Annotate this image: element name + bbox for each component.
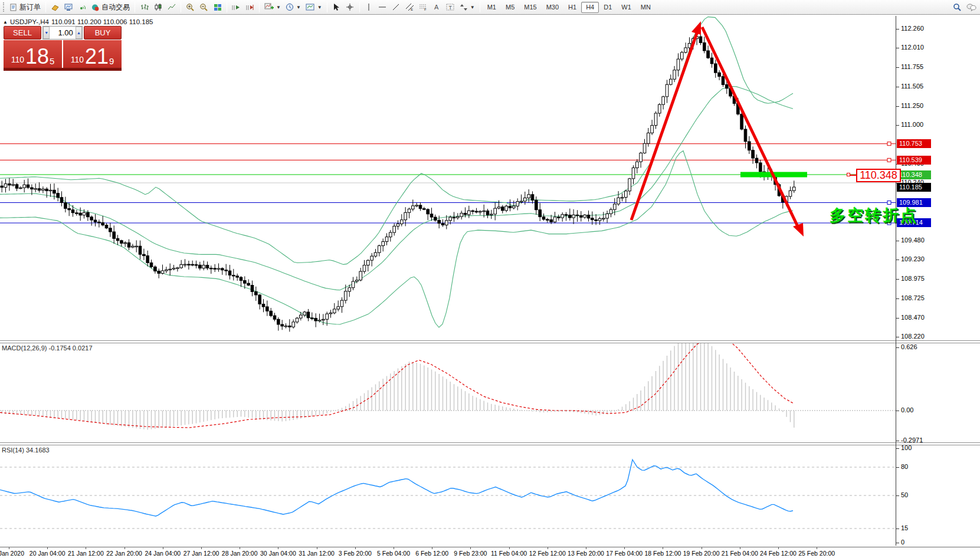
axis-tick-label: 111.250: [901, 102, 923, 109]
ask-pips: 21: [85, 48, 109, 65]
axis-tick-label: 108.725: [901, 294, 925, 301]
axis-tick-label: 109.480: [901, 237, 925, 244]
search-button[interactable]: [950, 1, 964, 14]
zoom-out-button[interactable]: [197, 1, 211, 14]
time-label: 22 Jan 20:00: [106, 550, 142, 557]
tile-windows-button[interactable]: [211, 1, 224, 14]
zoom-out-icon: [199, 3, 208, 11]
timeframe-MN[interactable]: MN: [636, 2, 655, 13]
chevron-down-icon: ▼: [296, 5, 301, 10]
time-label: 13 Feb 20:00: [568, 550, 604, 557]
axis-tick-label: 108.470: [901, 314, 925, 321]
symbol-triangle-icon: ▲: [3, 19, 8, 25]
volume-decrease-button[interactable]: ▼: [43, 27, 50, 39]
trendline-icon: [392, 3, 400, 11]
volume-input[interactable]: [50, 27, 76, 39]
terminal-button[interactable]: [62, 1, 76, 14]
candlestick-icon: [154, 3, 162, 11]
rsi-panel: [0, 445, 896, 546]
ask-quote[interactable]: 110 21 9: [63, 40, 122, 71]
timeframe-W1[interactable]: W1: [617, 2, 636, 13]
timeframe-M1[interactable]: M1: [483, 2, 501, 13]
autotrade-button[interactable]: 自动交易: [89, 1, 132, 14]
periods-button[interactable]: ▼: [283, 1, 303, 14]
price-tag: 110.348: [897, 170, 931, 179]
level-price-label[interactable]: 110.348: [856, 169, 901, 182]
text-button[interactable]: A: [430, 1, 444, 14]
axis-tick: [896, 279, 899, 280]
channel-button[interactable]: E: [403, 1, 417, 14]
gold-icon: [51, 4, 60, 11]
time-label: 30 Jan 04:00: [260, 550, 296, 557]
fibonacci-icon: F: [419, 3, 428, 11]
bar-chart-button[interactable]: [137, 1, 151, 14]
timeframe-H1[interactable]: H1: [563, 2, 581, 13]
fibonacci-button[interactable]: F: [417, 1, 430, 14]
axis-tick: [896, 106, 899, 107]
text-label-button[interactable]: T: [444, 1, 457, 14]
time-label: 18 Feb 12:00: [644, 550, 681, 557]
timeframe-M5[interactable]: M5: [501, 2, 519, 13]
time-label: 17 Feb 04:00: [606, 550, 643, 557]
zoom-in-button[interactable]: [183, 1, 197, 14]
auto-scroll-button[interactable]: [230, 1, 243, 14]
cursor-button[interactable]: [330, 1, 343, 14]
chat-button[interactable]: [964, 1, 979, 14]
one-click-trading-panel: SELL ▼ ▲ BUY 110 18 5 110 21 9: [4, 26, 122, 71]
crosshair-button[interactable]: [343, 1, 357, 14]
timeframe-M15[interactable]: M15: [519, 2, 541, 13]
time-axis[interactable]: 6 Jan 202020 Jan 04:0021 Jan 12:0022 Jan…: [0, 547, 980, 558]
new-order-button[interactable]: 新订单: [8, 1, 43, 14]
new-order-label: 新订单: [19, 2, 41, 12]
text-label-icon: T: [446, 3, 454, 11]
rsi-label: RSI(14) 34.1683: [2, 447, 50, 454]
candlestick-button[interactable]: [151, 1, 165, 14]
axis-tick: [896, 125, 899, 126]
signal-button[interactable]: [76, 1, 89, 14]
sell-button[interactable]: SELL: [4, 26, 41, 40]
axis-tick-label: 111.755: [901, 63, 923, 70]
bid-pips: 18: [25, 48, 49, 65]
mt4-window: 新订单 自动交易: [0, 0, 980, 558]
buy-button[interactable]: BUY: [84, 26, 122, 40]
arrows-icon: [460, 4, 468, 11]
hline-button[interactable]: [376, 1, 389, 14]
gold-button[interactable]: [48, 1, 62, 14]
price-tag: 110.185: [897, 183, 931, 192]
axis-tick: [896, 29, 899, 29]
macd-panel: [0, 343, 896, 442]
pivot-annotation[interactable]: 多空转折点: [830, 205, 918, 226]
trade-panel-strip: [4, 68, 122, 71]
chart-shift-button[interactable]: [243, 1, 257, 14]
trendline-button[interactable]: [389, 1, 403, 14]
axis-tick-label: 111.505: [901, 83, 923, 90]
hline-icon: [378, 3, 386, 11]
zoom-in-icon: [186, 3, 195, 11]
chevron-down-icon: ▼: [470, 5, 475, 10]
rsi-tick-label: 15: [901, 524, 908, 531]
axis-tick-label: 111.000: [901, 121, 923, 128]
axis-tick-label: 108.975: [901, 275, 925, 282]
axis-tick-label: 112.010: [901, 44, 924, 51]
vline-button[interactable]: [362, 1, 376, 14]
timeframe-M30[interactable]: M30: [542, 2, 563, 13]
macd-label: MACD(12,26,9) -0.1754 0.0217: [2, 344, 93, 352]
timeframe-D1[interactable]: D1: [599, 2, 617, 13]
volume-increase-button[interactable]: ▲: [76, 27, 82, 39]
level-label-connector: [850, 175, 856, 176]
time-label: 9 Feb 23:00: [454, 550, 487, 557]
search-icon: [953, 3, 962, 11]
chart-area[interactable]: 112.260112.010111.755111.505111.250111.0…: [0, 15, 980, 558]
toolbar-grip: [3, 2, 6, 12]
ask-point: 9: [109, 57, 114, 65]
axis-tick-label: 109.230: [901, 255, 925, 262]
line-chart-button[interactable]: [165, 1, 178, 14]
timeframe-H4[interactable]: H4: [581, 2, 599, 13]
rsi-tick-label: 0: [901, 539, 904, 546]
new-order-icon: [10, 4, 18, 11]
bid-quote[interactable]: 110 18 5: [4, 40, 62, 71]
templates-button[interactable]: ▼: [303, 1, 325, 14]
arrows-button[interactable]: ▼: [457, 1, 477, 14]
chevron-down-icon: ▼: [276, 5, 281, 10]
indicators-button[interactable]: ▼: [262, 1, 283, 14]
